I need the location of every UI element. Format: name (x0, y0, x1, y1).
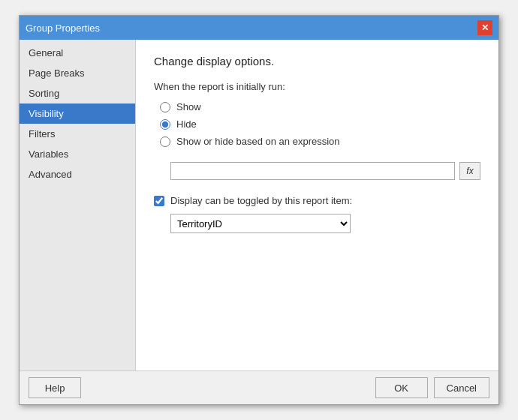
dropdown-row: TerritoryID (170, 214, 480, 233)
fx-button[interactable]: fx (459, 162, 480, 180)
sidebar-item-variables[interactable]: Variables (20, 144, 135, 164)
radio-expression-row[interactable]: Show or hide based on an expression (160, 136, 480, 147)
radio-expression-label: Show or hide based on an expression (176, 136, 340, 147)
sidebar-item-page-breaks[interactable]: Page Breaks (20, 63, 135, 83)
dialog-footer: Help OK Cancel (20, 370, 498, 404)
radio-hide-label: Hide (176, 118, 197, 130)
sidebar: General Page Breaks Sorting Visibility F… (20, 40, 136, 370)
radio-show-row[interactable]: Show (160, 101, 480, 112)
expression-row: fx (170, 162, 480, 180)
report-item-dropdown[interactable]: TerritoryID (170, 214, 351, 233)
radio-show[interactable] (160, 102, 170, 112)
sidebar-item-general[interactable]: General (20, 43, 135, 63)
radio-expression[interactable] (160, 136, 170, 147)
close-button[interactable]: ✕ (477, 20, 492, 35)
toggle-checkbox[interactable] (154, 196, 164, 206)
checkbox-toggle-row: Display can be toggled by this report it… (154, 195, 480, 206)
dialog-title: Group Properties (26, 22, 100, 34)
sidebar-item-filters[interactable]: Filters (20, 124, 135, 144)
radio-hide-row[interactable]: Hide (160, 118, 480, 130)
group-properties-dialog: Group Properties ✕ General Page Breaks S… (19, 15, 499, 405)
sidebar-item-sorting[interactable]: Sorting (20, 83, 135, 104)
sidebar-item-visibility[interactable]: Visibility (20, 104, 135, 124)
footer-left: Help (29, 377, 81, 398)
checkbox-label: Display can be toggled by this report it… (170, 195, 352, 206)
cancel-button[interactable]: Cancel (434, 377, 489, 398)
dialog-body: General Page Breaks Sorting Visibility F… (20, 40, 498, 370)
radio-show-label: Show (176, 101, 201, 112)
radio-group: Show Hide Show or hide based on an expre… (160, 101, 480, 147)
help-button[interactable]: Help (29, 377, 81, 398)
title-bar: Group Properties ✕ (20, 16, 498, 40)
ok-button[interactable]: OK (375, 377, 428, 398)
when-label: When the report is initially run: (154, 81, 480, 92)
sidebar-item-advanced[interactable]: Advanced (20, 164, 135, 184)
footer-right: OK Cancel (375, 377, 489, 398)
content-area: Change display options. When the report … (136, 40, 498, 370)
radio-hide[interactable] (160, 119, 170, 130)
expression-input[interactable] (170, 162, 455, 180)
section-title: Change display options. (154, 55, 480, 68)
